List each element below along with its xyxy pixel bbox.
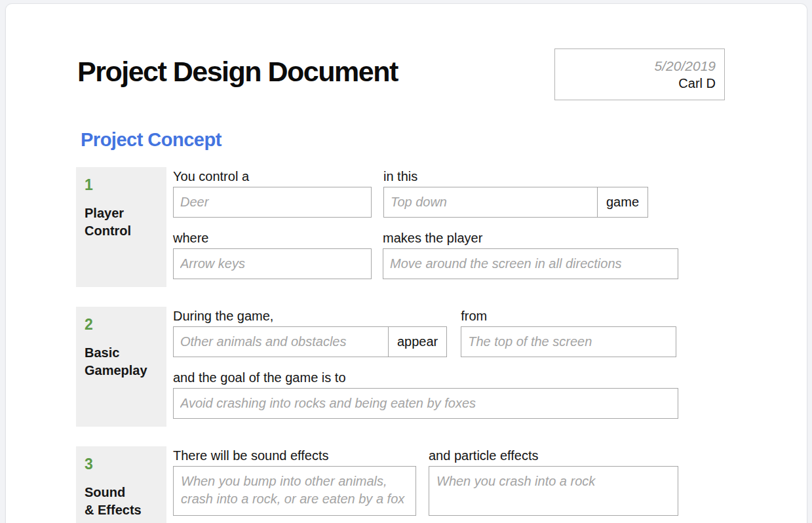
section-sound-effects: 3 Sound & Effects There will be sound ef… xyxy=(76,446,692,523)
name-date-box: 5/20/2019 Carl D xyxy=(554,48,725,100)
game-suffix-label: game xyxy=(598,187,648,218)
section-sidebar: 2 Basic Gameplay xyxy=(76,307,166,427)
field-label: You control a xyxy=(173,168,372,184)
you-control-a-input[interactable] xyxy=(173,187,372,218)
field-label: and particle effects xyxy=(429,448,678,463)
author-name: Carl D xyxy=(555,75,716,92)
section-sidebar: 3 Sound & Effects xyxy=(76,446,166,523)
field-sound-effects: There will be sound effects xyxy=(173,448,416,516)
date-value: 5/20/2019 xyxy=(555,58,716,75)
section-label-line1: Sound xyxy=(85,485,125,499)
field-makes-the-player: makes the player xyxy=(383,230,678,279)
section-label-line1: Player xyxy=(85,206,124,220)
field-goal-of-game: and the goal of the game is to xyxy=(173,370,678,419)
section-label: Sound & Effects xyxy=(85,484,161,519)
from-where-input[interactable] xyxy=(461,326,676,357)
section-sidebar: 1 Player Control xyxy=(76,167,166,287)
field-label: where xyxy=(173,230,372,246)
section-number: 3 xyxy=(85,455,161,473)
what-appears-input[interactable] xyxy=(173,326,389,357)
field-in-this: in this game xyxy=(383,168,648,218)
field-from: from xyxy=(461,308,676,357)
section-heading-project-concept: Project Concept xyxy=(81,129,222,151)
section-fields: There will be sound effects and particle… xyxy=(173,446,692,523)
field-label: There will be sound effects xyxy=(173,448,416,463)
section-number: 2 xyxy=(85,316,161,333)
particle-effects-input[interactable] xyxy=(429,466,678,516)
section-label-line2: Gameplay xyxy=(85,363,147,378)
field-you-control-a: You control a xyxy=(173,168,372,218)
where-input[interactable] xyxy=(173,248,372,279)
field-label: and the goal of the game is to xyxy=(173,370,678,385)
section-player-control: 1 Player Control You control a in this xyxy=(76,167,692,287)
section-label-line1: Basic xyxy=(85,345,119,360)
field-during-the-game: During the game, appear xyxy=(173,308,447,357)
field-particle-effects: and particle effects xyxy=(429,448,678,516)
section-number: 1 xyxy=(85,176,161,193)
sound-effects-input[interactable] xyxy=(173,466,416,516)
field-where: where xyxy=(173,230,372,279)
appear-suffix-label: appear xyxy=(389,326,447,357)
field-label: in this xyxy=(383,168,648,184)
sections-container: 1 Player Control You control a in this xyxy=(76,167,692,523)
page-title: Project Design Document xyxy=(77,56,398,87)
section-label-line2: Control xyxy=(85,223,131,238)
goal-input[interactable] xyxy=(173,388,678,419)
field-label: During the game, xyxy=(173,308,447,324)
field-label: makes the player xyxy=(383,230,678,246)
makes-player-input[interactable] xyxy=(383,248,678,279)
field-label: from xyxy=(461,308,676,324)
section-label-line2: & Effects xyxy=(85,503,142,517)
section-label: Basic Gameplay xyxy=(85,344,161,379)
document-card: Project Design Document 5/20/2019 Carl D… xyxy=(5,3,807,523)
game-type-input[interactable] xyxy=(383,187,598,218)
section-basic-gameplay: 2 Basic Gameplay During the game, appear xyxy=(76,307,692,427)
section-fields: During the game, appear from xyxy=(173,307,692,427)
section-fields: You control a in this game xyxy=(173,167,692,287)
section-label: Player Control xyxy=(85,204,161,240)
